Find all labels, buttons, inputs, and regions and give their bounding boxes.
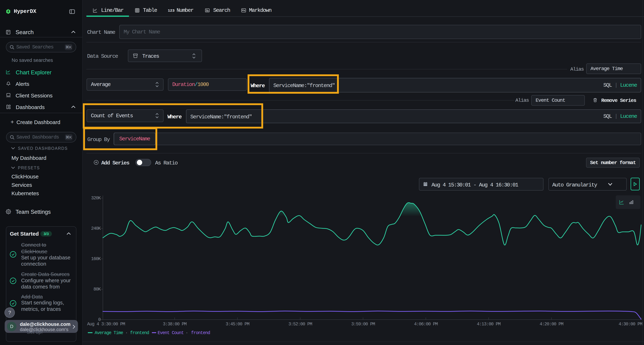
svg-text:frontend: frontend xyxy=(191,330,210,336)
svg-text:·: · xyxy=(186,330,188,336)
svg-text:Average Time: Average Time xyxy=(95,330,123,336)
svg-text:Event Count: Event Count xyxy=(158,330,184,336)
svg-text:4:30:00 PM: 4:30:00 PM xyxy=(618,322,642,327)
svg-text:3:45:00 PM: 3:45:00 PM xyxy=(226,322,249,327)
svg-text:4:06:00 PM: 4:06:00 PM xyxy=(414,322,438,327)
svg-text:160K: 160K xyxy=(91,256,101,262)
svg-text:320K: 320K xyxy=(91,196,101,201)
svg-text:frontend: frontend xyxy=(130,330,149,336)
svg-text:·: · xyxy=(125,330,128,336)
svg-text:4:20:00 PM: 4:20:00 PM xyxy=(540,322,563,327)
svg-text:240K: 240K xyxy=(91,226,101,231)
svg-text:Aug 4 3:30:00 PM: Aug 4 3:30:00 PM xyxy=(87,322,125,327)
svg-text:3:38:00 PM: 3:38:00 PM xyxy=(163,322,186,327)
svg-text:3:52:00 PM: 3:52:00 PM xyxy=(288,322,312,327)
svg-text:3:59:00 PM: 3:59:00 PM xyxy=(351,322,375,327)
svg-text:80K: 80K xyxy=(94,287,101,292)
svg-text:4:13:00 PM: 4:13:00 PM xyxy=(477,322,500,327)
